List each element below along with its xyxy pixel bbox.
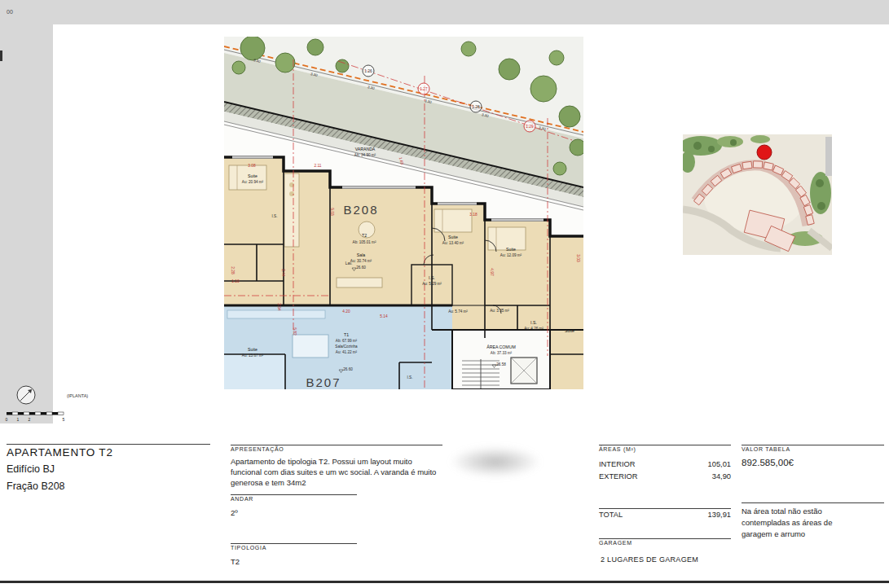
andar-rule <box>231 494 357 495</box>
site-plan-thumbnail[interactable] <box>683 134 832 255</box>
floor-plan-drawing: 1.26 1.27 1.28 1.29 3.30 3.30 3.30 3.30 … <box>224 37 583 389</box>
is-main-area: Au: 5.29 m² <box>422 282 442 286</box>
varanda-label: VARANDA <box>355 147 376 151</box>
total-value: 139,91 <box>708 511 731 519</box>
valor-rule <box>742 445 884 445</box>
suite-left-label: Suite <box>248 173 257 178</box>
site-plan-edge-strip <box>825 137 832 176</box>
footer-rule <box>0 581 889 583</box>
b207-unit-label: B207 <box>306 375 341 389</box>
valor-label: VALOR TABELA <box>742 446 790 452</box>
suite-mid-area: Au: 13.40 m² <box>442 241 464 245</box>
dim-label: 5.82 <box>293 327 297 336</box>
dim-label: 2.64 <box>277 303 281 311</box>
interior-value: 105,01 <box>708 460 731 468</box>
sala-area: Au: 30.74 m² <box>350 259 372 263</box>
b207-sala-area: Au: 41.22 m² <box>336 350 358 354</box>
nota-text: Na área total não estão contempladas as … <box>742 506 838 539</box>
marker-text: 1.29 <box>526 125 534 129</box>
page-title: APARTAMENTO T2 <box>7 446 113 459</box>
scale-label: 0 <box>6 417 8 422</box>
exterior-label: EXTERIOR <box>599 472 638 480</box>
andar-label: ANDAR <box>231 496 253 502</box>
dim-label: 2.44 <box>281 269 285 277</box>
areas-rule <box>599 445 731 445</box>
dim-label: 3.03 <box>576 254 580 262</box>
scale-label: 1 <box>17 417 20 422</box>
marker-text: 1.28 <box>472 105 480 109</box>
marker-text: 1.27 <box>420 87 428 91</box>
b207-suite-area: Au: 15.67 m² <box>242 353 264 358</box>
area-comum-level: 26.58 <box>496 362 506 366</box>
left-margin <box>0 24 53 423</box>
exterior-value: 34,90 <box>712 472 731 480</box>
apresentacao-text: Apartamento de tipologia T2. Possui um l… <box>231 456 444 488</box>
edge-tick <box>0 50 2 61</box>
tipologia-label: TIPOLOGIA <box>231 545 266 551</box>
dim-label: 5.03 <box>330 208 334 216</box>
dim-label: 4.20 <box>342 309 350 314</box>
sala-level: 26.60 <box>356 265 366 270</box>
total-row: TOTAL 139,91 <box>599 511 731 519</box>
dim-label: 1.10 <box>231 279 240 283</box>
b207-subroom <box>224 354 285 389</box>
garagem-value: 2 LUGARES DE GARAGEM <box>601 555 698 564</box>
valor-value: 892.585,00€ <box>742 458 794 467</box>
b207-level: 26.60 <box>343 367 353 371</box>
planta-caption: (IPLANTA) <box>67 393 88 398</box>
is-small-area: Au: 3.35 m² <box>490 309 509 313</box>
dim-label: 3.08 <box>248 164 256 168</box>
interior-row: INTERIOR 105,01 <box>599 460 731 468</box>
andar-value: 2º <box>231 508 238 517</box>
apresentacao-label: APRESENTAÇÃO <box>231 446 284 452</box>
is-right-label: I.S. <box>530 320 537 325</box>
exterior-row: EXTERIOR 34,90 <box>599 472 731 480</box>
building-name: Edifício BJ <box>7 463 55 475</box>
total-label: TOTAL <box>599 511 623 519</box>
apresentacao-rule <box>231 445 442 445</box>
varanda-area: Ab: 34.90 m² <box>354 153 376 157</box>
scale-bar: 0 1 2 5 <box>5 411 70 424</box>
is-left-label: I.S. <box>272 214 278 218</box>
b207-area: Ab: 67.99 m² <box>336 339 358 343</box>
suite-right-label: Suite <box>506 247 516 252</box>
nota-rule <box>742 502 884 503</box>
unit-label: B208 <box>343 203 378 217</box>
scale-labels: 0 1 2 5 <box>6 417 65 422</box>
dim-label: 2.28 <box>231 266 235 274</box>
dim-label: 5.14 <box>380 314 388 318</box>
unit-type: T2 <box>362 233 367 238</box>
hall-area: Au: 5.74 m² <box>448 309 468 314</box>
tipologia-rule <box>231 543 357 544</box>
corner-mark: 00 <box>7 9 13 15</box>
garagem-rule <box>599 538 731 539</box>
area-comum-area: Ab: 37.33 m² <box>491 351 513 355</box>
b207-sala-label: Sala/Cozinha <box>335 344 358 349</box>
is-main-label: I.S. <box>429 275 435 280</box>
tipologia-value: T2 <box>231 557 240 566</box>
compass <box>14 383 38 407</box>
sala-label: Sala <box>357 252 365 257</box>
top-margin <box>0 0 889 24</box>
blur-smudge <box>450 446 541 477</box>
interior-label: INTERIOR <box>599 460 635 468</box>
marker-text: 1.26 <box>364 69 372 73</box>
areas-label: ÁREAS (M²) <box>599 446 636 452</box>
suite-left-area: Au: 20.94 m² <box>242 180 264 184</box>
scale-label: 2 <box>29 417 31 422</box>
area-comum-label: ÁREA COMUM <box>486 344 515 349</box>
is-right-area: Au: 4.26 m² <box>524 327 544 331</box>
b207-type: T1 <box>344 332 349 337</box>
brochure-page: 00 <box>0 0 889 588</box>
scale-label: 5 <box>63 417 65 422</box>
location-marker[interactable] <box>757 145 772 160</box>
elevator <box>511 358 537 384</box>
scale-segments <box>7 412 64 415</box>
b207-is-label: I.S. <box>407 375 413 380</box>
unit-area: Ab: 105.01 m² <box>353 240 376 244</box>
lav-label: Lav. <box>345 261 352 265</box>
suite-mid-label: Suite <box>448 235 458 239</box>
dim-label: 2.11 <box>315 164 322 168</box>
total-rule <box>599 508 731 509</box>
title-rule <box>7 444 210 445</box>
